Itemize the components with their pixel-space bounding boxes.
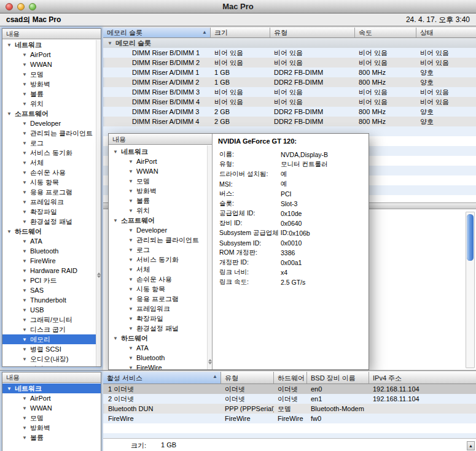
disclosure-triangle-icon[interactable]: ▼	[22, 168, 30, 177]
disclosure-triangle-icon[interactable]: ▼	[128, 167, 136, 176]
zoom-button[interactable]	[29, 3, 36, 10]
disclosure-triangle-icon[interactable]: ▼	[128, 196, 136, 206]
disclosure-triangle-icon[interactable]: ▼	[22, 237, 30, 246]
disclosure-triangle-icon[interactable]: ▼	[22, 404, 30, 413]
sidebar-item[interactable]: ▼그래픽/모니터	[2, 315, 96, 325]
disclosure-triangle-icon[interactable]: ▼	[22, 50, 30, 60]
close-button[interactable]	[6, 3, 13, 10]
sidebar-item[interactable]: ▼PCI 카드	[2, 276, 96, 285]
disclosure-triangle-icon[interactable]: ▼	[7, 227, 15, 236]
scrollbar-thumb[interactable]	[467, 214, 474, 261]
disclosure-triangle-icon[interactable]: ▼	[22, 60, 30, 69]
disclosure-triangle-icon[interactable]: ▼	[22, 355, 30, 364]
disclosure-triangle-icon[interactable]: ▼	[7, 40, 15, 50]
disclosure-triangle-icon[interactable]: ▼	[128, 304, 136, 314]
sidebar-item[interactable]: ▼네트워크	[109, 147, 207, 156]
table-row[interactable]: FireWire FireWire FireWire fw0	[103, 414, 476, 423]
sidebar-item[interactable]: ▼서체	[2, 158, 96, 168]
disclosure-triangle-icon[interactable]: ▼	[128, 363, 136, 369]
column-header[interactable]: 유형 ▲	[221, 372, 274, 384]
column-header[interactable]: IPv4 주소 ▲	[369, 372, 476, 384]
sidebar-item[interactable]: ▼위치	[109, 206, 207, 215]
disclosure-triangle-icon[interactable]: ▼	[22, 256, 30, 266]
sidebar-item[interactable]: ▼볼륨	[2, 89, 96, 99]
sidebar-item[interactable]: ▼WWAN	[2, 60, 96, 69]
sidebar-item[interactable]: ▼시동 항목	[2, 177, 96, 187]
disclosure-triangle-icon[interactable]: ▼	[107, 39, 115, 48]
table-row[interactable]: DIMM Riser B/DIMM 1 비어 있음 비어 있음 비어 있음 비어…	[103, 48, 476, 58]
disclosure-triangle-icon[interactable]: ▼	[22, 433, 30, 442]
disclosure-triangle-icon[interactable]: ▼	[22, 276, 30, 285]
disclosure-triangle-icon[interactable]: ▼	[128, 353, 136, 363]
sidebar-item[interactable]: ▼서비스 동기화	[2, 148, 96, 158]
sidebar-item[interactable]: ▼네트워크	[2, 40, 96, 50]
disclosure-triangle-icon[interactable]: ▼	[22, 139, 30, 148]
sidebar-item[interactable]: ▼SAS	[2, 285, 96, 295]
sidebar-item[interactable]: ▼AirPort	[2, 50, 96, 60]
disclosure-triangle-icon[interactable]: ▼	[22, 266, 30, 276]
disclosure-triangle-icon[interactable]: ▼	[22, 119, 30, 128]
sidebar-item[interactable]: ▼오디오(내장)	[2, 354, 96, 364]
disclosure-triangle-icon[interactable]: ▼	[22, 364, 30, 366]
sidebar-item[interactable]: ▼병렬 SCSI	[2, 344, 96, 354]
sidebar-item[interactable]: ▼시동 항목	[109, 284, 207, 294]
sidebar-item[interactable]: ▼위치	[2, 99, 96, 109]
sidebar-item[interactable]: ▼FireWire	[2, 256, 96, 266]
sidebar-item[interactable]: ▼모뎀	[109, 176, 207, 186]
sidebar-item[interactable]: ▼이더넷 카드	[2, 364, 96, 366]
sidebar-item[interactable]: ▼AirPort	[2, 393, 101, 403]
sidebar-scroller-nub[interactable]	[96, 272, 101, 278]
sidebar-item[interactable]: ▼프레임워크	[109, 304, 207, 314]
disclosure-triangle-icon[interactable]: ▼	[7, 109, 15, 118]
sidebar-item[interactable]: ▼메모리	[2, 334, 96, 344]
sidebar-item[interactable]: ▼모뎀	[2, 69, 96, 79]
sidebar-item[interactable]: ▼ATA	[2, 236, 96, 246]
memory-group-row[interactable]: ▼메모리 슬롯	[103, 38, 476, 48]
scroll-up-button[interactable]: ▲	[467, 441, 475, 450]
disclosure-triangle-icon[interactable]: ▼	[22, 423, 30, 433]
sidebar-item[interactable]: ▼관리되는 클라이언트	[2, 128, 96, 138]
overlay-sidebar-scrollbar[interactable]	[207, 145, 212, 369]
sidebar-item[interactable]: ▼방화벽	[2, 79, 96, 89]
sidebar-item[interactable]: ▼네트워크	[2, 384, 101, 393]
disclosure-triangle-icon[interactable]: ▼	[128, 275, 136, 284]
sidebar-item[interactable]: ▼Bluetooth	[2, 246, 96, 256]
table-row[interactable]: DIMM Riser A/DIMM 4 2 GB DDR2 FB-DIMM 80…	[103, 117, 476, 126]
vertical-scrollbar[interactable]	[466, 212, 475, 368]
disclosure-triangle-icon[interactable]: ▼	[22, 188, 30, 197]
disclosure-triangle-icon[interactable]: ▼	[128, 255, 136, 264]
sidebar-item[interactable]: ▼관리되는 클라이언트	[109, 235, 207, 245]
disclosure-triangle-icon[interactable]: ▼	[128, 226, 136, 235]
disclosure-triangle-icon[interactable]: ▼	[22, 198, 30, 207]
sidebar-item[interactable]: ▼Thunderbolt	[2, 295, 96, 305]
sidebar-scrollbar[interactable]	[96, 40, 101, 366]
sidebar-item[interactable]: ▼Bluetooth	[109, 353, 207, 363]
disclosure-triangle-icon[interactable]: ▼	[22, 247, 30, 256]
sidebar-item[interactable]: ▼Developer	[2, 118, 96, 128]
disclosure-triangle-icon[interactable]: ▼	[128, 187, 136, 196]
sidebar-item[interactable]: ▼방화벽	[2, 423, 101, 433]
sidebar-item[interactable]: ▼Developer	[109, 225, 207, 235]
disclosure-triangle-icon[interactable]: ▼	[22, 148, 30, 158]
disclosure-triangle-icon[interactable]: ▼	[22, 207, 30, 217]
disclosure-triangle-icon[interactable]: ▼	[22, 335, 30, 344]
sidebar-item[interactable]: ▼ATA	[109, 343, 207, 353]
sidebar-item[interactable]: ▼환경설정 패널	[2, 217, 96, 226]
sidebar-item[interactable]: ▼방화벽	[109, 186, 207, 196]
disclosure-triangle-icon[interactable]: ▼	[22, 90, 30, 99]
disclosure-triangle-icon[interactable]: ▼	[128, 324, 136, 333]
sidebar-item[interactable]: ▼AirPort	[109, 156, 207, 166]
disclosure-triangle-icon[interactable]: ▼	[128, 265, 136, 274]
sidebar-item[interactable]: ▼소프트웨어	[2, 109, 96, 118]
disclosure-triangle-icon[interactable]: ▼	[22, 414, 30, 423]
sidebar-item[interactable]: ▼WWAN	[109, 166, 207, 176]
sidebar-item[interactable]: ▼볼륨	[109, 196, 207, 206]
table-row[interactable]: DIMM Riser B/DIMM 4 비어 있음 비어 있음 비어 있음 비어…	[103, 97, 476, 107]
column-header[interactable]: 활성 서비스 ▲	[103, 372, 221, 384]
disclosure-triangle-icon[interactable]: ▼	[22, 80, 30, 89]
disclosure-triangle-icon[interactable]: ▼	[7, 384, 15, 393]
disclosure-triangle-icon[interactable]: ▼	[22, 217, 30, 226]
sidebar-item[interactable]: ▼하드웨어	[2, 226, 96, 236]
column-header[interactable]: 유형 ▲	[270, 28, 355, 38]
sidebar-item[interactable]: ▼소프트웨어	[109, 215, 207, 225]
